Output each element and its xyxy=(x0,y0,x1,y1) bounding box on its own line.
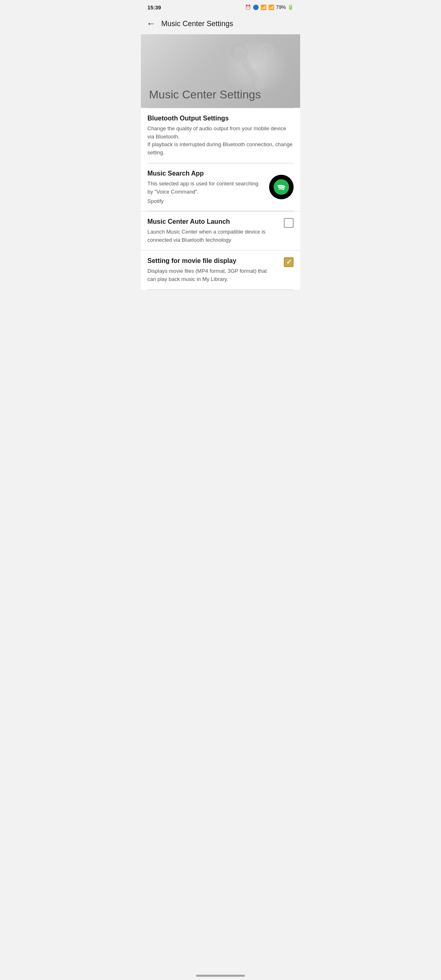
hero-title: Music Center Settings xyxy=(149,88,261,101)
hero-banner: Music Center Settings xyxy=(141,34,300,108)
status-bar: 15:39 ⏰ 🔵 📶 📶 79% 🔋 xyxy=(141,0,300,13)
music-search-desc: This selected app is used for content se… xyxy=(147,180,264,196)
movie-display-text: Setting for movie file display Displays … xyxy=(147,257,284,283)
status-time: 15:39 xyxy=(147,4,161,11)
auto-launch-section[interactable]: Music Center Auto Launch Launch Music Ce… xyxy=(141,211,300,250)
movie-display-section[interactable]: Setting for movie file display Displays … xyxy=(141,250,300,290)
movie-display-checkbox[interactable]: ✓ xyxy=(284,257,294,267)
alarm-icon: ⏰ xyxy=(245,4,251,10)
spotify-icon xyxy=(269,175,294,199)
status-icons: ⏰ 🔵 📶 📶 79% 🔋 xyxy=(245,4,294,10)
bluetooth-desc: Change the quality of audio output from … xyxy=(147,125,294,156)
music-search-section[interactable]: Music Search App This selected app is us… xyxy=(141,163,300,211)
spotify-logo xyxy=(274,179,289,195)
back-button[interactable]: ← xyxy=(147,19,156,28)
signal-icon: 📶 xyxy=(268,4,274,10)
bluetooth-icon: 🔵 xyxy=(253,4,259,10)
auto-launch-title: Music Center Auto Launch xyxy=(147,218,267,225)
battery-percent: 79% xyxy=(276,4,286,10)
bluetooth-section[interactable]: Bluetooth Output Settings Change the qua… xyxy=(141,108,300,163)
section-divider-3 xyxy=(147,290,294,290)
movie-display-title: Setting for movie file display xyxy=(147,257,267,265)
top-nav: ← Music Center Settings xyxy=(141,13,300,34)
auto-launch-text: Music Center Auto Launch Launch Music Ce… xyxy=(147,218,284,244)
music-search-title: Music Search App xyxy=(147,170,264,177)
music-search-content: Music Search App This selected app is us… xyxy=(147,170,294,204)
bluetooth-title: Bluetooth Output Settings xyxy=(147,115,294,122)
music-search-value: Spotify xyxy=(147,198,264,204)
movie-display-desc: Displays movie files (MP4 format, 3GP fo… xyxy=(147,267,267,283)
music-search-text: Music Search App This selected app is us… xyxy=(147,170,269,204)
checkmark-icon: ✓ xyxy=(286,259,292,265)
settings-list: Bluetooth Output Settings Change the qua… xyxy=(141,108,300,290)
auto-launch-desc: Launch Music Center when a compatible de… xyxy=(147,228,267,244)
auto-launch-checkbox[interactable] xyxy=(284,218,294,228)
wifi-icon: 📶 xyxy=(261,4,267,10)
battery-icon: 🔋 xyxy=(287,4,294,10)
page-title: Music Center Settings xyxy=(161,20,233,28)
